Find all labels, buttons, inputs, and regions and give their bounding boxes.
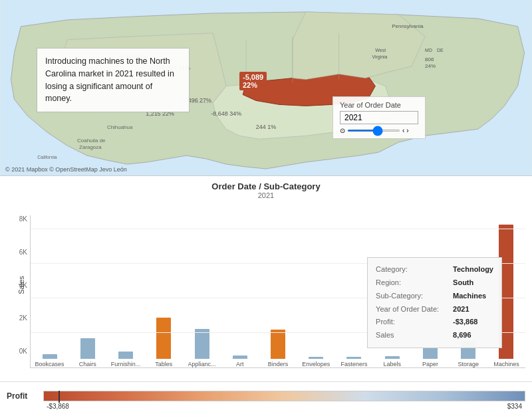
- bar-group[interactable]: Envelopes: [297, 215, 335, 367]
- bar-group[interactable]: Applianc...: [183, 215, 221, 367]
- bar-label: Storage: [458, 361, 479, 367]
- tt-profit-key: Profit:: [376, 316, 449, 329]
- svg-text:Chihuahua: Chihuahua: [107, 124, 133, 130]
- tt-profit-val: -$3,868: [453, 316, 477, 329]
- svg-text:496 27%: 496 27%: [188, 97, 211, 104]
- year-value-text: 2021: [344, 113, 362, 122]
- tt-year-row: Year of Order Date: 2021: [376, 303, 493, 316]
- svg-text:MD: MD: [425, 48, 432, 52]
- y-tick: 0K: [7, 348, 27, 355]
- tt-region-val: South: [453, 276, 473, 290]
- bar-group[interactable]: Furnishin...: [106, 215, 144, 367]
- bar-label: Fasteners: [340, 361, 367, 367]
- bar[interactable]: [385, 356, 400, 359]
- tt-subcategory-val: Machines: [453, 290, 486, 303]
- profit-min: -$3,868: [47, 403, 69, 410]
- y-tick: 8K: [7, 215, 27, 223]
- bar[interactable]: [346, 357, 361, 359]
- bar[interactable]: [195, 329, 209, 359]
- bar-label: Art: [236, 361, 244, 367]
- bar[interactable]: [43, 354, 57, 359]
- back-arrow[interactable]: ‹: [402, 127, 404, 134]
- copyright-text: © 2021 Mapbox © OpenStreetMap Jevo León: [5, 166, 127, 173]
- bar-label: Applianc...: [188, 361, 216, 367]
- bar-label: Tables: [155, 361, 172, 367]
- bar-label: Paper: [422, 361, 438, 367]
- svg-text:California: California: [37, 155, 57, 159]
- chart-inner: Sales 0K2K4K6K8K BookcasesChairsFurnishi…: [7, 202, 525, 368]
- chart-title: Order Date / Sub-Category: [7, 176, 525, 191]
- bar[interactable]: [233, 356, 247, 359]
- chart-tooltip: Category: Technology Region: South Sub-C…: [367, 257, 502, 348]
- bar-group[interactable]: Bookcases: [31, 215, 68, 367]
- tt-sales-key: Sales: [376, 329, 449, 342]
- year-display: 2021: [340, 111, 418, 124]
- tt-category-key: Category:: [376, 263, 449, 276]
- chart-subtitle: 2021: [7, 191, 525, 199]
- profit-label: Profit: [7, 391, 37, 401]
- bar[interactable]: [156, 318, 171, 359]
- tt-category-val: Technology: [453, 263, 493, 276]
- svg-text:-8,648 34%: -8,648 34%: [211, 110, 241, 117]
- bar-label: Bookcases: [35, 361, 65, 367]
- year-filter-label: Year of Order Date: [340, 101, 418, 109]
- tt-subcategory-key: Sub-Category:: [376, 290, 449, 303]
- tt-sales-val: 8,696: [453, 329, 471, 342]
- tt-sales-row: Sales 8,696: [376, 329, 493, 342]
- tt-region-row: Region: South: [376, 276, 493, 290]
- bar-group[interactable]: Chairs: [68, 215, 106, 367]
- bar-label: Labels: [383, 361, 401, 367]
- fwd-arrow[interactable]: ›: [406, 127, 408, 134]
- radio-icon: ⊙: [340, 127, 345, 134]
- map-tooltip: Introducing machines to the North Caroli…: [37, 48, 190, 112]
- bar-group[interactable]: Binders: [259, 215, 297, 367]
- tt-year-key: Year of Order Date:: [376, 303, 449, 316]
- bar-label: Envelopes: [302, 361, 330, 367]
- bar-label: Binders: [268, 361, 289, 367]
- bar-label: Chairs: [79, 361, 96, 367]
- bar-label: Furnishin...: [111, 361, 141, 367]
- bar[interactable]: [80, 338, 95, 359]
- tt-category-row: Category: Technology: [376, 263, 493, 276]
- svg-text:Coahuila de: Coahuila de: [77, 138, 106, 144]
- tt-profit-row: Profit: -$3,868: [376, 316, 493, 329]
- chart-section: Order Date / Sub-Category 2021 Sales 0K2…: [0, 176, 532, 382]
- svg-text:West: West: [375, 48, 386, 52]
- bar-group[interactable]: Tables: [145, 215, 183, 367]
- svg-text:DE: DE: [437, 48, 444, 52]
- profit-marker: [59, 391, 60, 403]
- bar-label: Machines: [493, 361, 519, 367]
- bar[interactable]: [118, 352, 133, 359]
- map-copyright: © 2021 Mapbox © OpenStreetMap Jevo León: [5, 166, 127, 173]
- map-section: -9,755 51% -19,304 31% 496 27% -8,648 34…: [0, 0, 532, 176]
- nc-value: -5,089 22%: [243, 73, 263, 89]
- year-filter[interactable]: Year of Order Date 2021 ⊙ ‹ ›: [332, 96, 426, 139]
- bar-group[interactable]: Art: [221, 215, 259, 367]
- map-tooltip-text: Introducing machines to the North Caroli…: [45, 56, 174, 103]
- profit-section: Profit -$3,868 $334: [0, 382, 532, 410]
- bar[interactable]: [423, 348, 438, 359]
- svg-text:24%: 24%: [425, 63, 436, 69]
- svg-text:Virginia: Virginia: [372, 54, 387, 60]
- svg-text:Zaragoza: Zaragoza: [79, 144, 102, 150]
- svg-text:244 1%: 244 1%: [256, 124, 276, 130]
- bar[interactable]: [309, 357, 323, 359]
- profit-bar-container: -$3,868 $334: [43, 391, 525, 401]
- bar[interactable]: [271, 330, 285, 359]
- tt-region-key: Region:: [376, 276, 449, 290]
- svg-text:806: 806: [425, 56, 434, 62]
- nc-label: -5,089 22%: [239, 72, 267, 90]
- year-slider-row[interactable]: ⊙ ‹ ›: [340, 127, 418, 134]
- y-tick: 6K: [7, 249, 27, 256]
- tt-subcategory-row: Sub-Category: Machines: [376, 290, 493, 303]
- profit-gradient: [44, 391, 525, 401]
- tt-year-val: 2021: [453, 303, 469, 316]
- y-tick: 2K: [7, 314, 27, 322]
- year-slider[interactable]: [347, 130, 400, 132]
- svg-text:Pennsylvania: Pennsylvania: [392, 23, 424, 29]
- grid-line-8k: [31, 229, 525, 229]
- profit-max: $334: [507, 403, 522, 410]
- y-axis-label: Sales: [17, 276, 25, 294]
